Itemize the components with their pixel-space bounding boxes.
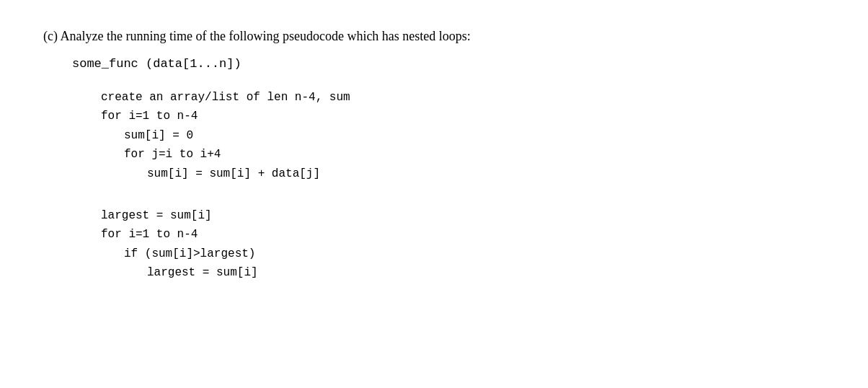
code-block: create an array/list of len n-4, sum for… xyxy=(101,88,825,283)
code-line-9: largest = sum[i] xyxy=(147,263,825,282)
question-label: (c) Analyze the running time of the foll… xyxy=(43,29,825,44)
code-line-1: create an array/list of len n-4, sum xyxy=(101,88,825,107)
code-line-8: if (sum[i]>largest) xyxy=(124,244,825,263)
code-line-7: for i=1 to n-4 xyxy=(101,225,825,244)
code-line-3: sum[i] = 0 xyxy=(124,126,825,145)
function-signature: some_func (data[1...n]) xyxy=(72,57,825,71)
code-line-5: sum[i] = sum[i] + data[j] xyxy=(147,164,825,183)
code-line-2: for i=1 to n-4 xyxy=(101,107,825,125)
question-container: (c) Analyze the running time of the foll… xyxy=(43,29,825,283)
code-line-4: for j=i to i+4 xyxy=(124,145,825,164)
code-line-6: largest = sum[i] xyxy=(101,206,825,225)
code-section-1: create an array/list of len n-4, sum for… xyxy=(101,88,825,183)
code-section-2: largest = sum[i] for i=1 to n-4 if (sum[… xyxy=(101,206,825,283)
